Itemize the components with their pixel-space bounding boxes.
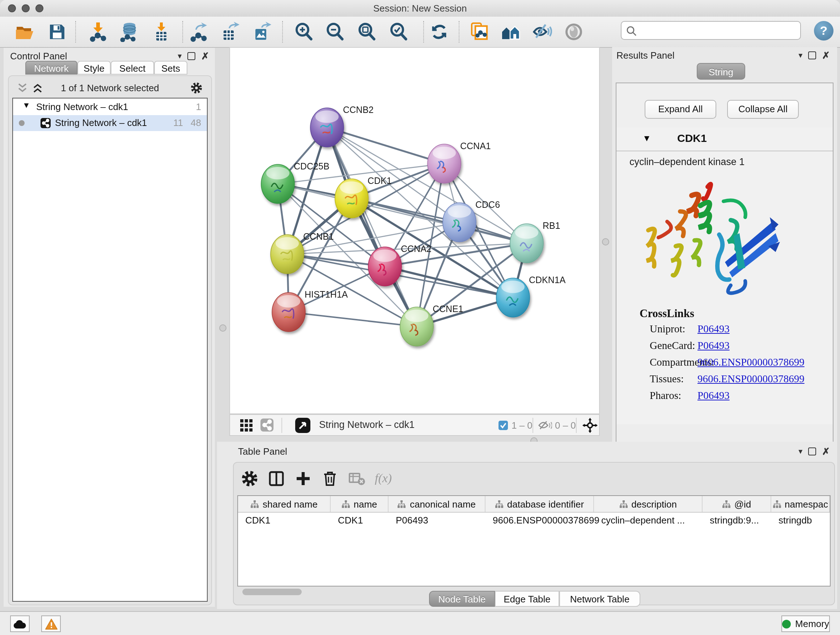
network-canvas[interactable]: CCNB2CCNA1CDC25BCDK1CDC6RB1CCNB1CCNA2CDK… [229, 47, 600, 414]
crosslink-link[interactable]: P06493 [698, 390, 729, 402]
export-table-button[interactable] [220, 22, 240, 42]
tab-select[interactable]: Select [111, 61, 154, 74]
export-image-button[interactable] [252, 22, 272, 42]
collection-count: 1 [196, 101, 201, 112]
gene-description: cyclin–dependent kinase 1 [630, 157, 745, 167]
clone-network-button[interactable] [470, 22, 490, 42]
tree-expand-icon[interactable]: ▼ [22, 101, 30, 109]
network-edge-count: 48 [191, 117, 201, 128]
table-panel: Table Panel ▾ ✗ f(x) shared namenamecano… [217, 442, 837, 609]
network-node-HIST1H1A[interactable]: HIST1H1A [272, 289, 348, 332]
table-cell[interactable]: CDK1 [238, 513, 331, 529]
column-header-shared-name[interactable]: shared name [238, 496, 331, 512]
network-options-gear-icon[interactable] [190, 82, 202, 94]
left-splitter-handle[interactable] [219, 325, 226, 332]
show-eye-button[interactable] [564, 22, 584, 42]
network-node-CDKN1A[interactable]: CDKN1A [496, 275, 566, 317]
zoom-in-button[interactable] [294, 22, 314, 42]
column-header-description[interactable]: description [594, 496, 703, 512]
table-panel-close-icon[interactable]: ✗ [822, 446, 830, 457]
tab-style[interactable]: Style [77, 61, 111, 74]
results-panel-collapse-icon[interactable]: ▾ [798, 51, 802, 60]
expand-all-button[interactable]: Expand All [645, 100, 716, 119]
column-header-namespac[interactable]: namespac [771, 496, 830, 512]
column-header-name[interactable]: name [331, 496, 388, 512]
cloud-status-button[interactable] [10, 616, 30, 632]
crosslink-link[interactable]: P06493 [698, 340, 729, 352]
delete-table-icon[interactable] [348, 470, 365, 487]
save-session-button[interactable] [47, 22, 67, 42]
function-builder-icon[interactable]: f(x) [375, 471, 392, 486]
show-columns-icon[interactable] [268, 470, 285, 487]
tab-sets[interactable]: Sets [154, 61, 187, 74]
control-panel-collapse-icon[interactable]: ▾ [178, 51, 182, 61]
network-node-CCNE1[interactable]: CCNE1 [400, 304, 463, 346]
birdseye-crosshair-icon[interactable] [582, 417, 598, 434]
network-collection-row[interactable]: ▼ String Network – cdk1 1 [13, 100, 207, 115]
table-panel-float-icon[interactable] [808, 448, 816, 455]
zoom-selected-button[interactable] [388, 22, 409, 42]
collapse-all-button[interactable]: Collapse All [727, 100, 799, 119]
crosslink-link[interactable]: 9606.ENSP00000378699 [698, 356, 805, 369]
selected-checkbox-icon[interactable] [499, 421, 508, 430]
network-list: ▼ String Network – cdk1 1 String Network… [12, 98, 208, 602]
refresh-layout-button[interactable] [429, 22, 449, 42]
node-label-CCNA1: CCNA1 [460, 141, 491, 151]
table-options-gear-icon[interactable] [241, 470, 258, 487]
warnings-button[interactable] [41, 616, 61, 632]
hide-panel-eye-button[interactable] [532, 22, 552, 42]
table-cell[interactable]: P06493 [388, 513, 485, 529]
crosslink-link[interactable]: 9606.ENSP00000378699 [698, 373, 805, 385]
node-label-CDC6: CDC6 [475, 200, 500, 210]
network-node-CCNA1[interactable]: CCNA1 [428, 141, 491, 183]
tab-network-table[interactable]: Network Table [559, 591, 640, 607]
memory-button[interactable]: Memory [782, 616, 830, 632]
tab-node-table[interactable]: Node Table [429, 591, 495, 607]
network-node-CDC6[interactable]: CDC6 [443, 200, 500, 242]
memory-status-dot [782, 620, 791, 629]
help-button[interactable]: ? [814, 21, 834, 41]
open-session-button[interactable] [14, 22, 35, 42]
table-cell[interactable]: stringdb [771, 513, 830, 529]
import-table-button[interactable] [151, 22, 172, 42]
column-header--id[interactable]: @id [703, 496, 771, 512]
import-database-button[interactable] [118, 22, 139, 42]
network-view-statusbar: String Network – cdk1 1 – 0 0 – 0 [229, 414, 600, 436]
tab-network[interactable]: Network [25, 61, 77, 74]
hidden-eye-slash-icon[interactable] [538, 421, 552, 430]
search-input[interactable] [640, 23, 799, 39]
results-panel-float-icon[interactable] [808, 51, 816, 59]
home-networks-button[interactable] [501, 22, 521, 42]
network-node-CDK1[interactable]: CDK1 [335, 176, 392, 218]
network-row-selected[interactable]: String Network – cdk1 11 48 [13, 115, 207, 131]
toolbar-search-box[interactable] [621, 21, 801, 40]
tab-edge-table[interactable]: Edge Table [495, 591, 559, 607]
right-splitter-handle[interactable] [602, 238, 609, 245]
table-cell[interactable]: stringdb:9... [703, 513, 771, 529]
column-header-canonical-name[interactable]: canonical name [388, 496, 485, 512]
zoom-out-button[interactable] [325, 22, 345, 42]
table-row[interactable]: CDK1CDK1P064939606.ENSP00000378699cyclin… [238, 513, 830, 529]
control-panel-close-icon[interactable]: ✗ [201, 51, 209, 62]
delete-column-trash-icon[interactable] [321, 470, 339, 487]
open-in-window-icon[interactable] [295, 418, 310, 433]
add-column-icon[interactable] [294, 470, 312, 487]
grid-view-icon[interactable] [240, 419, 253, 432]
column-header-database-identifier[interactable]: database identifier [485, 496, 594, 512]
import-network-button[interactable] [88, 22, 109, 42]
results-panel-close-icon[interactable]: ✗ [822, 50, 830, 61]
table-cell[interactable]: 9606.ENSP00000378699 [485, 513, 594, 529]
export-network-button[interactable] [189, 22, 210, 42]
gene-section-header[interactable]: ▼ CDK1 [616, 127, 833, 151]
gene-collapse-icon[interactable]: ▼ [643, 133, 651, 143]
results-tab-string[interactable]: String [697, 63, 745, 80]
network-node-RB1[interactable]: RB1 [510, 220, 561, 263]
crosslink-link[interactable]: P06493 [698, 323, 729, 335]
app-statusbar: Memory [0, 611, 840, 635]
table-cell[interactable]: CDK1 [331, 513, 388, 529]
table-cell[interactable]: cyclin–dependent ... [594, 513, 703, 529]
network-view-icon[interactable] [261, 418, 273, 432]
zoom-fit-button[interactable] [357, 22, 377, 42]
table-panel-collapse-icon[interactable]: ▾ [798, 447, 802, 456]
control-panel-float-icon[interactable] [187, 52, 195, 60]
